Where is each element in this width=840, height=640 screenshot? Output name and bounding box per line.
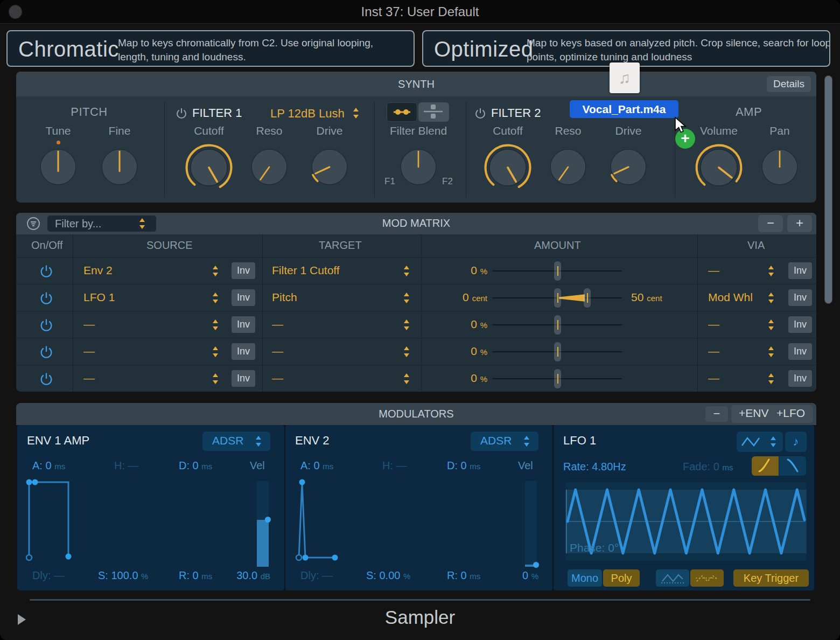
filter-routing-parallel-button[interactable]: [418, 102, 449, 122]
env2-vel-slider-handle[interactable]: [533, 562, 539, 568]
fine-knob[interactable]: [99, 146, 141, 188]
via-select[interactable]: —: [708, 264, 719, 277]
env2-envelope-graph[interactable]: [285, 476, 552, 564]
source-select[interactable]: Env 2: [83, 264, 113, 277]
chevron-updown-icon: [403, 373, 410, 385]
source-select[interactable]: —: [83, 345, 95, 358]
source-select[interactable]: LFO 1: [83, 291, 115, 304]
volume-knob[interactable]: [694, 143, 744, 192]
filter2-drive-knob[interactable]: [607, 146, 649, 188]
lfo1-poly-button[interactable]: Poly: [603, 569, 640, 587]
target-select[interactable]: —: [272, 345, 283, 358]
env1-vel-label: Vel: [250, 460, 265, 472]
amount-slider-handle[interactable]: [554, 261, 561, 281]
amount-slider-handle[interactable]: [554, 369, 561, 388]
via-select[interactable]: —: [708, 372, 719, 385]
filter-blend-knob[interactable]: [397, 146, 439, 188]
lfo1-key-trigger-button[interactable]: Key Trigger: [733, 569, 809, 587]
lfo1-wave-stepped-button[interactable]: [690, 569, 724, 587]
row-power-toggle[interactable]: [39, 371, 54, 388]
env2-release: R: 0 ms: [447, 569, 480, 582]
remove-modulation-button[interactable]: −: [758, 215, 783, 232]
via-invert-button[interactable]: Inv: [788, 343, 812, 360]
optimized-dropzone-title: Optimized: [434, 37, 534, 61]
amp-section-label: AMP: [720, 105, 777, 119]
row-power-toggle[interactable]: [39, 290, 54, 308]
source-select[interactable]: —: [83, 372, 95, 385]
source-invert-button[interactable]: Inv: [232, 262, 255, 279]
source-select[interactable]: —: [83, 318, 95, 331]
lfo1-fade-out-button[interactable]: [779, 456, 806, 476]
via-invert-button[interactable]: Inv: [788, 262, 812, 279]
env1-panel: ENV 1 AMP ADSR A: 0 ms H: — D: 0 ms Vel …: [17, 425, 284, 590]
env1-vel-slider-handle[interactable]: [265, 517, 271, 523]
sampler-plugin-window: Inst 37: User Default Chromatic Map to k…: [0, 0, 840, 640]
remove-modulator-button[interactable]: −: [705, 406, 728, 422]
via-invert-button[interactable]: Inv: [788, 289, 812, 306]
env2-mode-select[interactable]: ADSR: [471, 432, 538, 451]
tune-knob-label: Tune: [29, 124, 88, 137]
env2-vel-slider[interactable]: [525, 481, 537, 567]
filter2-reso-knob[interactable]: [547, 146, 589, 188]
filter1-cutoff-knob[interactable]: [184, 143, 234, 192]
divider: [466, 102, 466, 198]
env1-envelope-graph[interactable]: [17, 476, 284, 564]
target-select[interactable]: Pitch: [272, 291, 297, 304]
via-select[interactable]: —: [708, 345, 719, 358]
target-select[interactable]: Filter 1 Cutoff: [272, 264, 340, 277]
filter1-power-icon[interactable]: [175, 107, 188, 120]
pan-knob[interactable]: [759, 146, 801, 188]
vertical-scrollbar-thumb[interactable]: [824, 75, 832, 304]
optimized-dropzone[interactable]: Optimized Map to keys based on analyzed …: [422, 30, 830, 67]
dotted-wave-icon: [690, 569, 724, 587]
amount-max-slider-handle[interactable]: [584, 288, 591, 308]
add-env-button[interactable]: +ENV: [739, 407, 768, 420]
chromatic-dropzone[interactable]: Chromatic Map to keys chromatically from…: [6, 30, 415, 67]
env1-vel-slider[interactable]: [257, 481, 269, 567]
lfo1-mono-button[interactable]: Mono: [568, 569, 602, 587]
synth-header: SYNTH Details: [16, 72, 816, 96]
amount-slider-handle[interactable]: [554, 342, 561, 361]
chevron-updown-icon: [212, 346, 219, 358]
lfo1-wave-continuous-button[interactable]: [656, 569, 689, 587]
add-modulation-button[interactable]: +: [787, 215, 812, 232]
amount-slider-handle[interactable]: [554, 315, 561, 335]
filter2-power-icon[interactable]: [474, 107, 487, 120]
via-select[interactable]: Mod Whl: [708, 291, 753, 304]
filter1-mode-select[interactable]: LP 12dB Lush: [270, 107, 345, 121]
optimized-dropzone-description: Map to keys based on analyzed pitch. Cro…: [527, 36, 830, 64]
chevron-updown-icon: [523, 435, 530, 447]
modulators-header: MODULATORS − +ENV +LFO: [16, 403, 816, 425]
details-button[interactable]: Details: [767, 76, 811, 92]
lfo1-fade-in-button[interactable]: [752, 456, 779, 476]
source-invert-button[interactable]: Inv: [232, 289, 255, 306]
add-lfo-button[interactable]: +LFO: [776, 407, 805, 420]
amount-slider-handle[interactable]: [554, 288, 561, 308]
via-invert-button[interactable]: Inv: [788, 370, 812, 387]
env1-mode-select[interactable]: ADSR: [202, 432, 270, 451]
filter-routing-series-button[interactable]: [387, 102, 417, 122]
source-invert-button[interactable]: Inv: [232, 370, 255, 387]
filter-blend-f2-label: F2: [442, 176, 453, 187]
filter1-drive-knob[interactable]: [309, 146, 351, 188]
via-invert-button[interactable]: Inv: [788, 316, 812, 333]
env2-hold: H: —: [382, 460, 407, 472]
source-invert-button[interactable]: Inv: [232, 343, 255, 360]
source-invert-button[interactable]: Inv: [232, 316, 255, 333]
lfo1-waveform-select[interactable]: [737, 432, 783, 452]
via-select[interactable]: —: [708, 318, 719, 331]
mouse-cursor-icon: [673, 116, 689, 135]
tune-knob[interactable]: [37, 146, 79, 188]
chevron-updown-icon: [212, 373, 219, 385]
row-power-toggle[interactable]: [39, 317, 54, 335]
target-select[interactable]: —: [272, 318, 283, 331]
filter2-cutoff-knob[interactable]: [483, 143, 533, 192]
row-power-toggle[interactable]: [39, 263, 54, 281]
chevron-updown-icon: [212, 292, 219, 304]
row-power-toggle[interactable]: [39, 344, 54, 361]
filter1-label: FILTER 1: [192, 106, 242, 120]
titlebar: Inst 37: User Default: [0, 0, 840, 24]
target-select[interactable]: —: [272, 372, 283, 385]
filter1-reso-knob[interactable]: [248, 146, 290, 188]
lfo1-tempo-sync-button[interactable]: ♪: [785, 432, 807, 452]
